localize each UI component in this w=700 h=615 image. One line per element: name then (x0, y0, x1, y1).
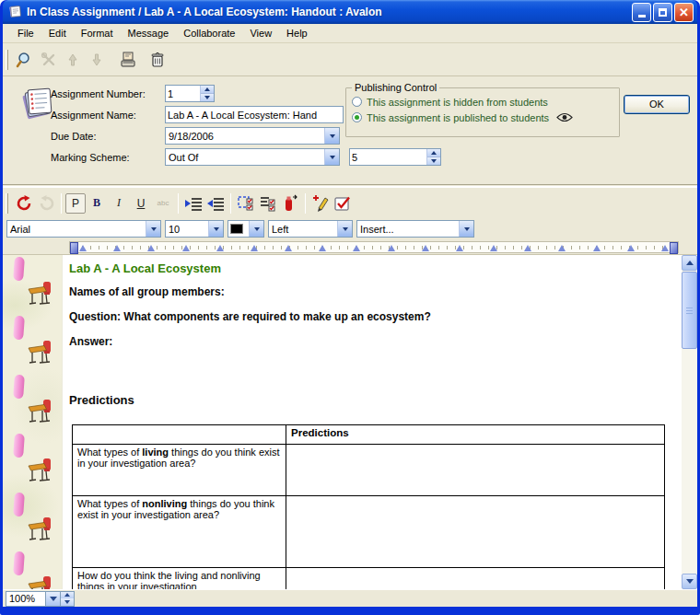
ok-button[interactable]: OK (624, 95, 690, 114)
tab-stop-marker[interactable] (285, 245, 292, 251)
delete-trash-icon[interactable] (146, 48, 169, 72)
scrollbar-thumb[interactable] (682, 272, 697, 349)
tab-stop-marker[interactable] (456, 245, 463, 251)
menu-file[interactable]: File (10, 25, 41, 41)
search-icon[interactable] (13, 48, 37, 72)
font-size-dropdown[interactable]: 10 (165, 220, 224, 238)
assignment-name-field[interactable] (165, 106, 344, 123)
alignment-dropdown[interactable]: Left (268, 220, 353, 238)
increase-indent-icon[interactable] (182, 192, 204, 215)
spin-up-icon[interactable] (201, 86, 214, 94)
tab-stop-marker[interactable] (353, 245, 360, 251)
menu-collaborate[interactable]: Collaborate (176, 25, 242, 41)
radio-unselected-icon[interactable] (352, 97, 362, 107)
underline-button[interactable]: U (130, 192, 152, 215)
italic-button[interactable]: I (108, 192, 130, 215)
marking-points-stepper[interactable] (349, 148, 441, 166)
chevron-down-icon[interactable] (324, 128, 339, 144)
tab-stop-marker[interactable] (216, 245, 224, 251)
document-content[interactable]: Lab A - A Local Ecosystem Names of all g… (69, 255, 681, 589)
tab-stop-marker[interactable] (558, 245, 566, 251)
spin-down-icon[interactable] (427, 157, 440, 165)
radio-selected-icon[interactable] (352, 112, 362, 122)
tab-stop-marker[interactable] (388, 245, 395, 251)
chevron-down-icon[interactable] (46, 591, 61, 607)
table-answer-cell[interactable] (286, 445, 665, 496)
toolbar-grip[interactable] (6, 50, 8, 70)
scroll-down-icon[interactable] (682, 574, 697, 589)
tab-stop-marker[interactable] (524, 245, 531, 251)
published-option-row[interactable]: This assignment is published to students (352, 110, 613, 125)
zoom-spin-buttons[interactable] (61, 591, 75, 607)
toolbar-grip[interactable] (6, 193, 8, 214)
paragraph-toggle-button[interactable]: P (65, 193, 86, 214)
scroll-up-icon[interactable] (682, 255, 697, 271)
spin-up-icon[interactable] (61, 592, 74, 599)
tab-stop-marker[interactable] (113, 245, 121, 251)
toolbar-separator (178, 193, 179, 214)
edit-add-icon[interactable] (309, 192, 332, 215)
tab-stop-marker[interactable] (627, 245, 635, 251)
maximize-button[interactable] (653, 3, 672, 22)
desk-graphic (27, 458, 54, 487)
tab-stop-marker[interactable] (182, 245, 190, 251)
decrease-indent-icon[interactable] (204, 192, 227, 215)
minimize-button[interactable] (632, 3, 651, 22)
tab-stop-marker[interactable] (251, 245, 258, 251)
spin-down-icon[interactable] (61, 598, 74, 606)
document-area[interactable]: Lab A - A Local Ecosystem Names of all g… (3, 255, 697, 589)
assignment-number-stepper[interactable] (165, 85, 215, 102)
assignment-name-input[interactable] (166, 107, 343, 122)
tab-stop-marker[interactable] (79, 245, 87, 251)
select-checkboxes-icon[interactable] (235, 192, 257, 215)
app-window: In Class Assignment / Lab A - A Local Ec… (0, 0, 700, 615)
marking-scheme-dropdown[interactable]: Out Of (165, 148, 340, 166)
due-date-dropdown[interactable]: 9/18/2006 (165, 127, 340, 145)
ruler-markers[interactable] (69, 241, 679, 253)
right-margin-marker[interactable] (670, 242, 678, 254)
close-button[interactable]: ✕ (674, 3, 694, 22)
chevron-down-icon[interactable] (249, 221, 263, 237)
marking-points-spin-buttons[interactable] (426, 149, 440, 165)
assignment-number-input[interactable] (166, 86, 200, 101)
tab-stop-marker[interactable] (147, 245, 155, 251)
menu-help[interactable]: Help (279, 25, 315, 41)
checklist-icon[interactable] (257, 192, 279, 215)
left-margin-marker[interactable] (70, 242, 78, 254)
chevron-down-icon[interactable] (337, 221, 352, 237)
vertical-scrollbar[interactable] (682, 255, 697, 589)
font-family-dropdown[interactable]: Arial (6, 220, 161, 238)
chevron-down-icon[interactable] (324, 149, 339, 165)
undo-icon[interactable] (13, 192, 35, 215)
print-icon[interactable] (116, 48, 140, 72)
tab-stop-marker[interactable] (422, 245, 429, 251)
assignment-number-spin-buttons[interactable] (200, 86, 214, 101)
app-notes-icon (7, 5, 22, 19)
table-answer-cell[interactable] (286, 568, 665, 590)
insert-dropdown[interactable]: Insert... (356, 220, 474, 238)
chevron-down-icon[interactable] (208, 221, 223, 237)
tab-stop-marker[interactable] (319, 245, 326, 251)
zoom-control[interactable]: 100% (6, 591, 75, 607)
hidden-option-row[interactable]: This assignment is hidden from students (352, 94, 613, 110)
menu-format[interactable]: Format (74, 25, 121, 41)
marker-highlight-icon[interactable] (279, 192, 301, 215)
spin-down-icon[interactable] (201, 94, 214, 101)
spellcheck-icon[interactable] (332, 192, 354, 215)
zoom-value[interactable]: 100% (6, 591, 46, 607)
table-answer-cell[interactable] (286, 496, 665, 568)
menu-message[interactable]: Message (121, 25, 177, 41)
tab-stop-marker[interactable] (661, 245, 669, 251)
toolbar-separator (305, 193, 306, 214)
tab-stop-marker[interactable] (593, 245, 601, 251)
menu-view[interactable]: View (242, 25, 279, 41)
predictions-table-body: What types of living things do you think… (73, 445, 665, 590)
font-color-dropdown[interactable] (228, 220, 264, 238)
chevron-down-icon[interactable] (146, 221, 160, 237)
bold-button[interactable]: B (86, 192, 108, 215)
tab-stop-marker[interactable] (490, 245, 497, 251)
marking-points-input[interactable] (350, 149, 426, 165)
chevron-down-icon[interactable] (459, 221, 473, 237)
spin-up-icon[interactable] (427, 149, 440, 157)
menu-edit[interactable]: Edit (41, 25, 74, 41)
